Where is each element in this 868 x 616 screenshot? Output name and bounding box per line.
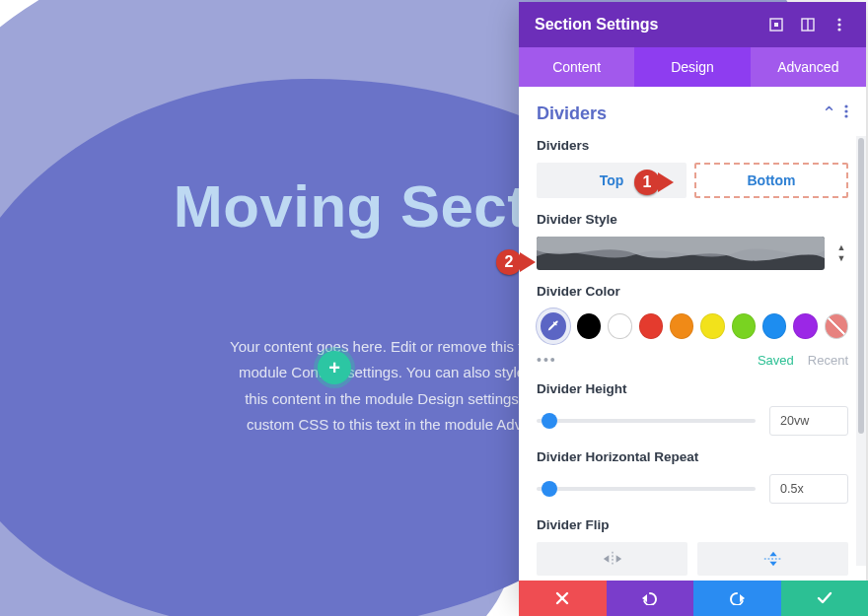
divider-repeat-label: Divider Horizontal Repeat [537,449,848,464]
repeat-slider[interactable] [537,478,756,500]
color-meta-row: ••• Saved Recent [537,352,848,368]
flip-horizontal-icon [602,550,623,568]
svg-rect-1 [774,23,778,27]
swatch-transparent[interactable] [825,313,848,339]
svg-marker-16 [769,562,776,567]
flip-vertical-icon [762,550,784,568]
flip-vertical-button[interactable] [697,542,848,576]
more-colors-icon[interactable]: ••• [537,352,557,368]
close-icon [555,591,569,605]
swatch-red[interactable] [639,313,663,339]
slider-track [537,419,756,423]
redo-icon [728,591,746,605]
callout-2-arrow-icon [520,252,536,272]
slider-track [537,487,756,491]
svg-marker-15 [769,552,776,557]
svg-point-6 [837,28,840,31]
callout-2: 2 [496,249,536,275]
swatch-yellow[interactable] [700,313,724,339]
slider-thumb[interactable] [542,413,557,429]
section-heading-row: Dividers ⌃ [519,87,866,130]
callout-2-number: 2 [496,249,522,275]
swatch-white[interactable] [608,313,631,339]
color-swatches [537,308,848,344]
tab-content[interactable]: Content [519,47,634,87]
save-button[interactable] [781,581,869,616]
panel-scrollbar[interactable] [856,136,866,566]
divider-style-row: ▲ ▼ [537,237,848,270]
height-slider[interactable] [537,410,756,432]
height-input[interactable] [769,406,848,436]
tab-design[interactable]: Design [634,47,750,87]
divider-bottom-button[interactable]: Bottom [694,163,848,198]
swatch-black[interactable] [577,313,601,339]
eyedropper-icon [546,319,560,333]
expand-icon[interactable] [765,14,787,35]
svg-point-9 [844,114,847,117]
redo-button[interactable] [693,581,781,616]
divider-style-preview[interactable] [537,237,825,270]
section-heading: Dividers [537,103,607,124]
callout-1-arrow-icon [658,172,674,192]
svg-point-7 [844,104,847,107]
chevron-down-icon: ▼ [837,254,846,263]
check-icon [817,591,832,605]
layout-icon[interactable] [797,14,819,35]
swatch-green[interactable] [732,313,756,339]
panel-footer [519,581,868,616]
panel-title: Section Settings [535,16,756,34]
divider-style-stepper[interactable]: ▲ ▼ [834,243,848,263]
dividers-label: Dividers [537,138,848,153]
section-more-icon[interactable] [844,103,848,124]
flip-horizontal-button[interactable] [537,542,687,576]
panel-tabs: Content Design Advanced [519,47,866,87]
callout-1: 1 [634,170,674,195]
swatch-purple[interactable] [793,313,817,339]
cancel-button[interactable] [519,581,607,616]
repeat-input[interactable] [769,474,848,504]
slider-thumb[interactable] [542,481,557,497]
height-row [537,406,848,436]
tab-advanced[interactable]: Advanced [751,47,866,87]
svg-point-4 [837,18,840,21]
swatch-active[interactable] [537,308,570,344]
divider-flip-label: Divider Flip [537,517,848,532]
undo-icon [641,591,659,605]
repeat-row [537,474,848,504]
swatch-blue[interactable] [762,313,786,339]
settings-panel: Section Settings Content Design Advanced… [519,2,866,601]
divider-height-label: Divider Height [537,381,848,396]
divider-color-label: Divider Color [537,284,848,299]
collapse-icon[interactable]: ⌃ [822,103,836,124]
callout-1-number: 1 [634,170,660,195]
chevron-up-icon: ▲ [837,243,846,252]
svg-marker-13 [615,555,621,562]
flip-row [537,542,848,576]
divider-style-label: Divider Style [537,212,848,227]
panel-body: Dividers Top Bottom Divider Style ▲ ▼ Di… [519,130,866,601]
svg-marker-12 [603,555,609,562]
more-menu-icon[interactable] [829,14,850,35]
recent-colors-link[interactable]: Recent [808,353,848,368]
svg-point-5 [837,23,840,26]
add-module-button[interactable]: + [318,351,351,384]
swatch-orange[interactable] [670,313,693,339]
divider-position-toggle: Top Bottom [537,163,848,198]
svg-point-8 [844,109,847,112]
saved-colors-link[interactable]: Saved [758,353,794,368]
undo-button[interactable] [607,581,694,616]
panel-header: Section Settings [519,2,866,47]
